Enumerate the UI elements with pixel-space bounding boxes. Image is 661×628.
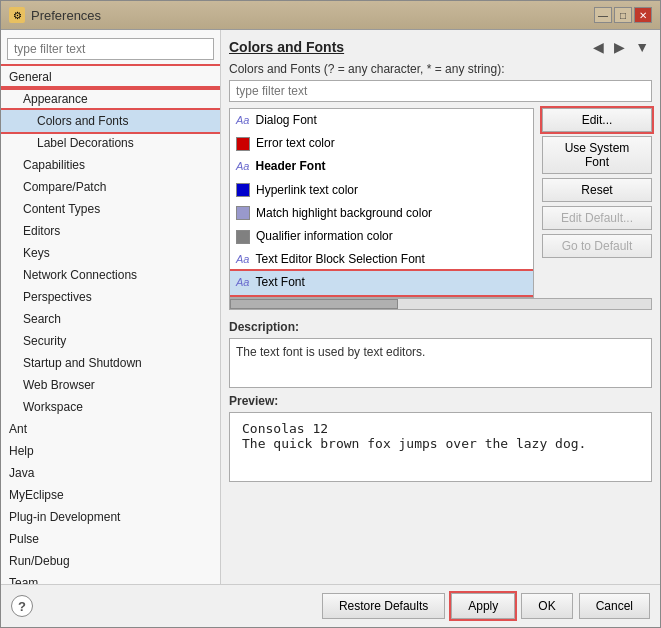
horizontal-scrollbar[interactable] — [229, 298, 652, 310]
sidebar-item-run-debug[interactable]: Run/Debug — [1, 550, 220, 572]
content-area: Colors and Fonts ◀ ▶ ▼ Colors and Fonts … — [221, 30, 660, 584]
colors-fonts-list[interactable]: Aa Dialog Font Error text color Aa Heade… — [229, 108, 534, 298]
use-system-font-button[interactable]: Use System Font — [542, 136, 652, 174]
preferences-dialog: ⚙ Preferences — □ ✕ General Appearance C… — [0, 0, 661, 628]
help-button[interactable]: ? — [11, 595, 33, 617]
item-label: Header Font — [255, 157, 325, 176]
description-text: The text font is used by text editors. — [229, 338, 652, 388]
sidebar-item-plugin-development[interactable]: Plug-in Development — [1, 506, 220, 528]
list-item-block-selection-font[interactable]: Aa Text Editor Block Selection Font — [230, 248, 533, 271]
bottom-left: ? — [11, 595, 33, 617]
section-label: Colors and Fonts (? = any character, * =… — [229, 62, 652, 76]
list-item-qualifier-color[interactable]: Qualifier information color — [230, 225, 533, 248]
ok-button[interactable]: OK — [521, 593, 572, 619]
sidebar-item-appearance[interactable]: Appearance — [1, 88, 220, 110]
minimize-button[interactable]: — — [594, 7, 612, 23]
list-item-hyperlink-color[interactable]: Hyperlink text color — [230, 179, 533, 202]
title-bar-left: ⚙ Preferences — [9, 7, 101, 23]
sidebar-item-editors[interactable]: Editors — [1, 220, 220, 242]
maximize-button[interactable]: □ — [614, 7, 632, 23]
font-icon: Aa — [236, 274, 249, 292]
sidebar-item-network-connections[interactable]: Network Connections — [1, 264, 220, 286]
dialog-title: Preferences — [31, 8, 101, 23]
sidebar-item-web-browser[interactable]: Web Browser — [1, 374, 220, 396]
main-area: General Appearance Colors and Fonts Labe… — [1, 30, 660, 584]
font-icon: Aa — [236, 112, 249, 130]
sidebar-item-keys[interactable]: Keys — [1, 242, 220, 264]
item-label: Qualifier information color — [256, 227, 393, 246]
sidebar-item-myeclipse[interactable]: MyEclipse — [1, 484, 220, 506]
close-button[interactable]: ✕ — [634, 7, 652, 23]
preview-title: Preview: — [229, 394, 652, 408]
color-swatch — [236, 230, 250, 244]
sidebar-item-label-decorations[interactable]: Label Decorations — [1, 132, 220, 154]
scrollbar-thumb — [230, 299, 398, 309]
colors-fonts-area: Aa Dialog Font Error text color Aa Heade… — [229, 108, 652, 298]
reset-button[interactable]: Reset — [542, 178, 652, 202]
item-label: Match highlight background color — [256, 204, 432, 223]
sidebar-item-ant[interactable]: Ant — [1, 418, 220, 440]
list-item-text-font[interactable]: Aa Text Font — [230, 271, 533, 294]
sidebar-item-workspace[interactable]: Workspace — [1, 396, 220, 418]
item-label: Error text color — [256, 134, 335, 153]
sidebar-item-capabilities[interactable]: Capabilities — [1, 154, 220, 176]
preview-section: Preview: Consolas 12 The quick brown fox… — [229, 394, 652, 482]
edit-default-button[interactable]: Edit Default... — [542, 206, 652, 230]
item-label: Hyperlink text color — [256, 181, 358, 200]
sidebar-item-general[interactable]: General — [1, 66, 220, 88]
nav-menu-button[interactable]: ▼ — [632, 38, 652, 56]
content-title: Colors and Fonts — [229, 39, 344, 55]
description-section: Description: The text font is used by te… — [229, 320, 652, 388]
scrollbar-area — [229, 298, 652, 310]
item-label: Dialog Font — [255, 111, 316, 130]
sidebar-item-java[interactable]: Java — [1, 462, 220, 484]
sidebar-item-help[interactable]: Help — [1, 440, 220, 462]
preview-line1: Consolas 12 — [242, 421, 639, 436]
cancel-button[interactable]: Cancel — [579, 593, 650, 619]
sidebar-item-perspectives[interactable]: Perspectives — [1, 286, 220, 308]
app-icon: ⚙ — [9, 7, 25, 23]
sidebar-item-team[interactable]: Team — [1, 572, 220, 584]
font-icon: Aa — [236, 251, 249, 269]
side-buttons: Edit... Use System Font Reset Edit Defau… — [542, 108, 652, 298]
color-swatch — [236, 206, 250, 220]
font-icon: Aa — [236, 158, 249, 176]
header-nav: ◀ ▶ ▼ — [590, 38, 652, 56]
nav-forward-button[interactable]: ▶ — [611, 38, 628, 56]
item-label: Text Font — [255, 273, 304, 292]
list-item-header-font[interactable]: Aa Header Font — [230, 155, 533, 178]
title-buttons: — □ ✕ — [594, 7, 652, 23]
item-label: Text Editor Block Selection Font — [255, 250, 424, 269]
sidebar-item-colors-fonts[interactable]: Colors and Fonts — [1, 110, 220, 132]
sidebar: General Appearance Colors and Fonts Labe… — [1, 30, 221, 584]
preview-box: Consolas 12 The quick brown fox jumps ov… — [229, 412, 652, 482]
bottom-right: Restore Defaults Apply OK Cancel — [322, 593, 650, 619]
nav-back-button[interactable]: ◀ — [590, 38, 607, 56]
sidebar-filter-input[interactable] — [7, 38, 214, 60]
content-filter-input[interactable] — [229, 80, 652, 102]
bottom-bar: ? Restore Defaults Apply OK Cancel — [1, 584, 660, 627]
preview-line2: The quick brown fox jumps over the lazy … — [242, 436, 639, 451]
go-to-default-button[interactable]: Go to Default — [542, 234, 652, 258]
title-bar: ⚙ Preferences — □ ✕ — [1, 1, 660, 30]
color-swatch — [236, 183, 250, 197]
content-header: Colors and Fonts ◀ ▶ ▼ — [229, 38, 652, 56]
restore-defaults-button[interactable]: Restore Defaults — [322, 593, 445, 619]
list-item-match-highlight[interactable]: Match highlight background color — [230, 202, 533, 225]
sidebar-item-search[interactable]: Search — [1, 308, 220, 330]
sidebar-item-startup-shutdown[interactable]: Startup and Shutdown — [1, 352, 220, 374]
color-swatch — [236, 137, 250, 151]
sidebar-item-content-types[interactable]: Content Types — [1, 198, 220, 220]
edit-button[interactable]: Edit... — [542, 108, 652, 132]
sidebar-item-compare-patch[interactable]: Compare/Patch — [1, 176, 220, 198]
list-item-dialog-font[interactable]: Aa Dialog Font — [230, 109, 533, 132]
apply-button[interactable]: Apply — [451, 593, 515, 619]
description-title: Description: — [229, 320, 652, 334]
sidebar-item-pulse[interactable]: Pulse — [1, 528, 220, 550]
sidebar-item-security[interactable]: Security — [1, 330, 220, 352]
list-item-error-color[interactable]: Error text color — [230, 132, 533, 155]
